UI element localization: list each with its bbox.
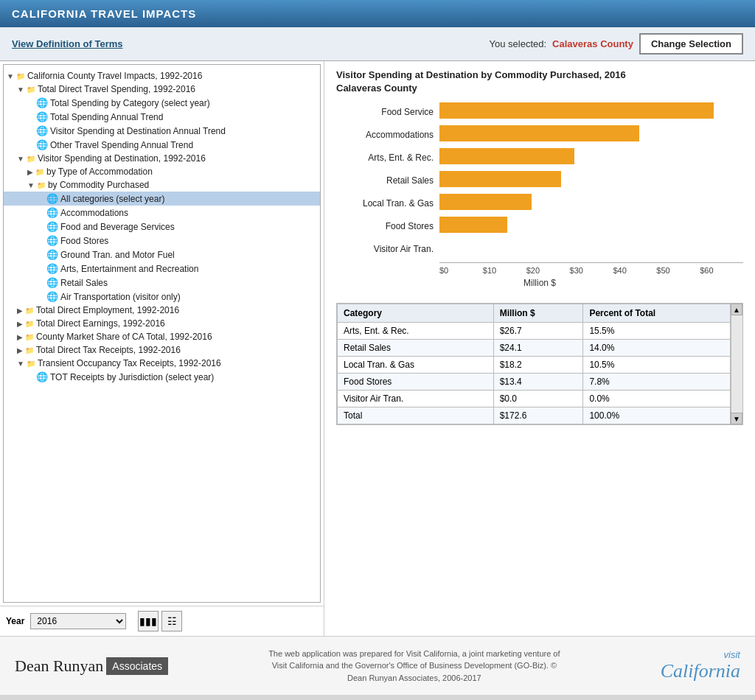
table-scroll-up[interactable]: ▲ — [731, 304, 742, 315]
table-cell-percent: 0.0% — [583, 391, 731, 407]
right-panel: Visitor Spending at Destination by Commo… — [324, 61, 755, 636]
chart-title: Visitor Spending at Destination by Commo… — [336, 69, 743, 95]
folder-icon: 📁 — [27, 155, 35, 163]
tree-item-accommodations[interactable]: 🌐Accommodations — [4, 206, 320, 220]
you-selected-area: You selected: Calaveras County Change Se… — [490, 33, 744, 55]
x-axis-label: $10 — [483, 266, 526, 275]
change-selection-button[interactable]: Change Selection — [639, 33, 743, 55]
table-row: Total$172.6100.0% — [338, 407, 731, 424]
x-axis-label: $0 — [439, 266, 483, 275]
tree-container[interactable]: ▼📁California County Travel Impacts, 1992… — [3, 64, 321, 603]
tree-item-visitor_spending[interactable]: ▼📁Visitor Spending at Destination, 1992-… — [4, 152, 320, 165]
tree-item-retail_sales[interactable]: 🌐Retail Sales — [4, 276, 320, 290]
tree-item-ground_tran[interactable]: 🌐Ground Tran. and Motor Fuel — [4, 248, 320, 262]
tree-item-total_by_cat[interactable]: 🌐Total Spending by Category (select year… — [4, 96, 320, 110]
bar-chart-button[interactable]: ▮▮▮ — [138, 611, 159, 631]
x-axis-label: $20 — [526, 266, 570, 275]
tree-item-arts_ent[interactable]: 🌐Arts, Entertainment and Recreation — [4, 262, 320, 276]
app-title: CALIFORNIA TRAVEL IMPACTS — [12, 7, 196, 20]
bar-row: Local Tran. & Gas — [336, 194, 743, 212]
folder-icon: 📁 — [37, 181, 46, 189]
x-axis-label: $60 — [700, 266, 743, 275]
bar-area — [439, 102, 743, 121]
tree-item-other_travel_annual[interactable]: 🌐Other Travel Spending Annual Trend — [4, 138, 320, 152]
bar-row: Food Service — [336, 102, 743, 121]
bar-label: Food Service — [336, 107, 439, 117]
globe-icon: 🌐 — [46, 291, 58, 302]
tree-item-food_beverage[interactable]: 🌐Food and Beverage Services — [4, 220, 320, 234]
globe-icon: 🌐 — [36, 111, 48, 122]
tree-item-total_tax[interactable]: ▶📁Total Direct Tax Receipts, 1992-2016 — [4, 343, 320, 357]
bar-area — [439, 148, 743, 167]
you-selected-label: You selected: — [490, 38, 547, 49]
tree-item-visitor_dest_annual[interactable]: 🌐Visitor Spending at Destination Annual … — [4, 124, 320, 138]
table-cell-million: $18.2 — [493, 357, 583, 374]
bar — [439, 171, 561, 187]
table-cell-million: $13.4 — [493, 374, 583, 391]
folder-icon: 📁 — [25, 320, 34, 328]
table-cell-category: Retail Sales — [338, 340, 494, 357]
app-header: CALIFORNIA TRAVEL IMPACTS — [0, 0, 755, 27]
tree-item-total_earnings[interactable]: ▶📁Total Direct Earnings, 1992-2016 — [4, 317, 320, 330]
x-axis-label: $30 — [570, 266, 613, 275]
chart-icons: ▮▮▮ ☷ — [138, 611, 182, 631]
globe-icon: 🌐 — [46, 193, 58, 204]
company-suffix: Associates — [106, 657, 168, 675]
view-definition-link[interactable]: View Definition of Terms — [12, 38, 122, 49]
table-cell-percent: 10.5% — [583, 357, 731, 374]
folder-icon: 📁 — [35, 168, 44, 176]
data-table: CategoryMillion $Percent of TotalArts, E… — [337, 304, 731, 424]
tree-item-food_stores[interactable]: 🌐Food Stores — [4, 234, 320, 248]
table-cell-million: $172.6 — [493, 407, 583, 424]
table-cell-percent: 7.8% — [583, 374, 731, 391]
year-select[interactable]: 2016201520142013201220112010 — [30, 613, 126, 629]
globe-icon: 🌐 — [46, 263, 58, 274]
globe-icon: 🌐 — [36, 97, 48, 108]
tree-item-transient_occ[interactable]: ▼📁Transient Occupancy Tax Receipts, 1992… — [4, 357, 320, 370]
table-cell-category: Total — [338, 407, 494, 424]
bar-area — [439, 239, 743, 258]
tree-item-by_commodity[interactable]: ▼📁by Commodity Purchased — [4, 178, 320, 192]
globe-icon: 🌐 — [36, 139, 48, 150]
bar-area — [439, 125, 743, 144]
tree-item-county_market[interactable]: ▶📁County Market Share of CA Total, 1992-… — [4, 330, 320, 343]
bar — [439, 102, 714, 119]
table-button[interactable]: ☷ — [161, 611, 182, 631]
table-cell-percent: 15.5% — [583, 323, 731, 340]
bar-label: Retail Sales — [336, 175, 439, 186]
table-header: Percent of Total — [583, 304, 731, 323]
tree-item-by_accommodation[interactable]: ▶📁by Type of Accommodation — [4, 165, 320, 178]
bar-row: Visitor Air Tran. — [336, 239, 743, 258]
bar-area — [439, 194, 743, 212]
bar-row: Retail Sales — [336, 171, 743, 189]
folder-icon: 📁 — [25, 333, 34, 341]
tree-item-root[interactable]: ▼📁California County Travel Impacts, 1992… — [4, 69, 320, 83]
bar — [439, 194, 532, 210]
x-axis-label: $50 — [656, 266, 700, 275]
table-cell-category: Food Stores — [338, 374, 494, 391]
tree-item-all_categories[interactable]: 🌐All categories (select year) — [4, 192, 320, 206]
table-scroll-down[interactable]: ▼ — [731, 413, 742, 424]
tree-item-total_annual[interactable]: 🌐Total Spending Annual Trend — [4, 110, 320, 124]
folder-icon: 📁 — [25, 307, 34, 315]
bar-label: Local Tran. & Gas — [336, 198, 439, 209]
bar — [439, 148, 574, 164]
globe-icon: 🌐 — [46, 277, 58, 288]
table-cell-million: $0.0 — [493, 391, 583, 407]
footer-left: Dean Runyan Associates — [15, 657, 168, 676]
table-row: Arts, Ent. & Rec.$26.715.5% — [338, 323, 731, 340]
selected-county: Calaveras County — [552, 38, 633, 49]
bar-row: Accommodations — [336, 125, 743, 144]
tree-item-tot_receipts[interactable]: 🌐TOT Receipts by Jurisdiction (select ye… — [4, 370, 320, 384]
bar — [439, 217, 507, 233]
tree-item-total_employment[interactable]: ▶📁Total Direct Employment, 1992-2016 — [4, 304, 320, 317]
table-row: Retail Sales$24.114.0% — [338, 340, 731, 357]
table-cell-category: Local Tran. & Gas — [338, 357, 494, 374]
table-header: Category — [338, 304, 494, 323]
tree-item-air_transport[interactable]: 🌐Air Transportation (visitor only) — [4, 290, 320, 304]
globe-icon: 🌐 — [36, 371, 48, 382]
footer: Dean Runyan Associates The web applicati… — [0, 636, 755, 695]
tree-item-total_direct[interactable]: ▼📁Total Direct Travel Spending, 1992-201… — [4, 83, 320, 96]
year-label: Year — [6, 616, 24, 626]
california-text: California — [661, 660, 740, 682]
